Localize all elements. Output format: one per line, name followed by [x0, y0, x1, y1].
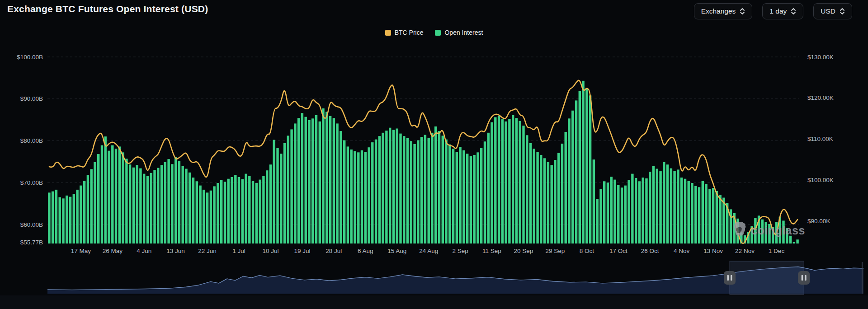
oi-bar: [290, 129, 292, 243]
oi-bar: [111, 145, 113, 243]
oi-bar: [196, 181, 198, 243]
oi-bar: [793, 242, 795, 243]
navigator-handle-right-pad[interactable]: [798, 271, 810, 285]
oi-bar: [276, 148, 278, 243]
oi-bar: [340, 131, 342, 243]
oi-bar: [768, 224, 770, 243]
oi-bar: [150, 173, 152, 243]
oi-bar: [336, 123, 338, 243]
oi-bar: [565, 132, 567, 243]
currency-dropdown[interactable]: USD: [813, 3, 852, 19]
legend-item-open-interest[interactable]: Open Interest: [435, 29, 483, 36]
oi-bar: [413, 144, 415, 243]
x-axis-tick: 19 Jul: [294, 248, 310, 254]
oi-bar: [624, 186, 627, 243]
oi-bar: [220, 180, 222, 244]
oi-bar: [319, 122, 321, 243]
oi-bar: [143, 174, 145, 243]
oi-bars[interactable]: [48, 81, 799, 243]
oi-bar: [399, 134, 401, 243]
oi-bar: [491, 122, 493, 243]
x-axis-tick: 13 Nov: [703, 248, 723, 254]
oi-bar: [308, 120, 310, 243]
main-chart-canvas[interactable]: $100.00B$90.00B$80.00B$70.00B$60.00B$55.…: [0, 0, 868, 309]
x-axis-labels: 17 May26 May4 Jun13 Jun22 Jun1 Jul10 Jul…: [71, 248, 785, 254]
navigator-handle-left-pad[interactable]: [724, 271, 736, 285]
oi-bar: [385, 131, 387, 243]
oi-bar: [459, 147, 461, 243]
oi-bar: [638, 181, 641, 243]
x-axis-tick: 1 Dec: [769, 248, 785, 254]
oi-bar: [371, 142, 373, 243]
oi-bar: [417, 140, 419, 244]
oi-bar: [589, 95, 591, 243]
oi-bar: [125, 159, 127, 243]
oi-bar: [512, 115, 514, 243]
oi-bar: [101, 145, 103, 243]
oi-bar: [389, 128, 391, 243]
oi-bar: [526, 135, 528, 243]
oi-bar: [434, 126, 437, 243]
right-axis-tick: $120.00K: [807, 94, 834, 101]
navigator-handle-left[interactable]: [724, 271, 736, 285]
oi-bar: [754, 218, 756, 243]
oi-bar: [185, 169, 187, 244]
oi-bar: [87, 175, 89, 243]
navigator-selection[interactable]: [730, 261, 804, 295]
left-axis-tick: $80.00B: [20, 137, 43, 144]
legend-item-btc-price[interactable]: BTC Price: [385, 29, 424, 36]
page-title: Exchange BTC Futures Open Interest (USD): [7, 4, 208, 14]
x-axis-tick: 15 Aug: [387, 248, 406, 254]
navigator-handle-right[interactable]: [798, 271, 810, 285]
oi-bar: [656, 169, 658, 244]
x-axis-tick: 28 Jul: [326, 248, 342, 254]
x-axis-tick: 8 Oct: [580, 248, 594, 254]
oi-bar: [543, 158, 546, 243]
oi-bar: [297, 118, 300, 243]
oi-bar: [48, 192, 50, 243]
oi-bar: [484, 141, 486, 243]
oi-bar: [659, 171, 661, 243]
oi-bar: [462, 150, 465, 243]
oi-bar: [789, 236, 792, 243]
oi-bar: [122, 152, 124, 243]
oi-bar: [136, 165, 138, 243]
oi-bar: [347, 146, 349, 243]
oi-bar: [508, 119, 510, 243]
oi-bar: [333, 118, 335, 243]
oi-bar: [199, 186, 201, 243]
oi-bar: [607, 183, 609, 243]
oi-bar: [452, 149, 454, 243]
interval-dropdown[interactable]: 1 day: [762, 3, 803, 19]
oi-bar: [554, 160, 556, 243]
oi-bar: [782, 220, 784, 243]
oi-bar: [294, 123, 296, 243]
oi-bar: [94, 162, 96, 243]
oi-bar: [115, 149, 117, 243]
oi-bar: [217, 183, 219, 243]
oi-bar: [160, 165, 163, 243]
oi-bar: [153, 170, 156, 243]
oi-bar: [262, 176, 264, 243]
oi-bar: [765, 222, 767, 243]
left-axis-labels: $100.00B$90.00B$80.00B$70.00B$60.00B$55.…: [17, 54, 43, 246]
oi-bar: [139, 169, 142, 243]
oi-bar: [498, 116, 500, 243]
oi-bar: [551, 165, 553, 243]
oi-bar: [224, 182, 226, 243]
chart-legend: BTC Price Open Interest: [0, 29, 868, 36]
oi-bar: [410, 141, 412, 243]
oi-bar: [311, 118, 314, 243]
oi-bar: [585, 88, 588, 243]
oi-bar: [708, 189, 711, 243]
oi-bar: [617, 185, 619, 243]
oi-bar: [238, 177, 240, 243]
x-axis-tick: 1 Jul: [232, 248, 245, 254]
oi-bar: [350, 150, 353, 243]
oi-bar: [354, 151, 356, 243]
oi-bar: [494, 117, 496, 244]
oi-bar: [175, 157, 177, 244]
oi-bar: [213, 186, 215, 243]
oi-bar: [80, 186, 82, 243]
exchanges-dropdown[interactable]: Exchanges: [694, 3, 753, 19]
